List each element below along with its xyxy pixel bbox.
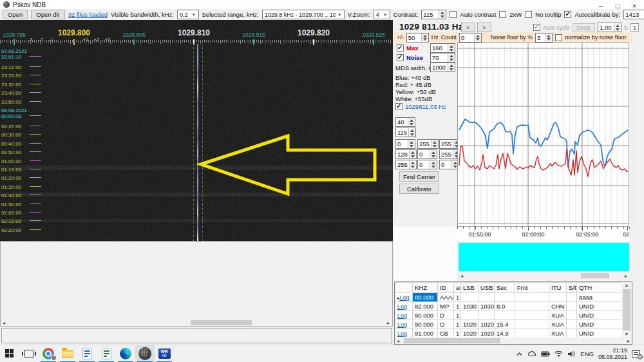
deep-button[interactable]: Deep [573, 23, 596, 32]
cell[interactable]: 1020 [478, 320, 495, 329]
color-matrix-stepper[interactable]: 255 [417, 139, 439, 149]
param1-stepper[interactable]: 40 [395, 117, 415, 127]
tracked-frequency-checkbox[interactable] [395, 103, 402, 110]
scroll-left-arrow-icon[interactable]: ◄ [459, 274, 465, 278]
max-checkbox[interactable] [397, 44, 404, 52]
cell[interactable]: MP [438, 302, 454, 311]
cell[interactable]: UNID [577, 320, 622, 329]
color-matrix-stepper[interactable]: 0 [395, 139, 415, 149]
autocalibrate-stepper[interactable]: 1413 [623, 10, 644, 19]
contrast-stepper[interactable]: 115 [421, 10, 446, 19]
scrollbar-thumb[interactable] [581, 273, 609, 278]
param2-stepper[interactable]: 115 [395, 128, 416, 137]
cell[interactable] [567, 329, 577, 338]
waterfall-display[interactable]: 1029.7951029.8001029.8051029.8101029.815… [0, 20, 393, 241]
column-header[interactable]: ID [438, 283, 454, 293]
onedrive-cloud-icon[interactable] [527, 350, 536, 357]
taskbar-chrome[interactable] [39, 345, 58, 362]
taskbar-clock[interactable]: 21:19 08.08.2021 [598, 347, 627, 360]
column-header[interactable]: ITU [549, 283, 567, 293]
cell[interactable]: 1020 [478, 329, 495, 338]
cell[interactable]: 1 [454, 311, 461, 320]
task-view-button[interactable] [19, 345, 39, 362]
scroll-right-arrow-icon[interactable]: ► [625, 339, 632, 343]
cell[interactable]: 82.000 [413, 302, 438, 311]
find-carrier-button[interactable]: Find Carrier [399, 171, 439, 182]
scroll-up-arrow-icon[interactable]: ▲ [625, 282, 629, 289]
cell[interactable] [567, 302, 577, 311]
log-link[interactable]: Log [397, 312, 407, 319]
cell[interactable] [515, 311, 549, 320]
cell[interactable] [461, 311, 478, 320]
cell[interactable]: 90.000 [413, 311, 438, 320]
chart-h-scrollbar[interactable]: ◄ ► [459, 272, 629, 279]
table-h-scrollbar[interactable]: ◄ ► [395, 338, 632, 344]
table-v-scrollbar[interactable]: ▲ ▼ [621, 282, 632, 338]
color-matrix-stepper[interactable]: 0 [417, 160, 437, 169]
spinner-arrows[interactable] [474, 33, 481, 42]
no-tooltip-checkbox[interactable] [525, 11, 532, 18]
spinner-arrows[interactable] [431, 140, 438, 148]
auto-contrast-checkbox[interactable] [450, 11, 457, 18]
cell[interactable] [478, 293, 495, 302]
cell[interactable]: 8.0 [495, 302, 515, 311]
cell[interactable] [567, 311, 577, 320]
cell[interactable]: XUA [549, 320, 567, 329]
cell[interactable] [515, 320, 549, 329]
cycle-count-field[interactable]: 1 [630, 23, 639, 32]
cell[interactable] [567, 320, 577, 329]
next-button[interactable]: > [477, 23, 491, 32]
spinner-arrows[interactable] [439, 10, 446, 19]
log-link[interactable]: Log [400, 294, 410, 301]
speaker-icon[interactable] [567, 350, 576, 357]
cell[interactable]: aaaa [577, 293, 622, 302]
prev-button[interactable]: < [461, 23, 475, 32]
spinner-arrows[interactable] [408, 140, 415, 148]
count-stepper[interactable]: 0 [459, 33, 482, 43]
2xw-checkbox[interactable] [499, 11, 506, 18]
spinner-arrows[interactable] [448, 53, 455, 62]
scrollbar-thumb[interactable] [404, 338, 500, 343]
color-matrix-stepper[interactable]: 0 [439, 160, 459, 169]
cell[interactable]: XUA [549, 329, 567, 338]
color-matrix-stepper[interactable]: 255 [395, 160, 417, 169]
files-loaded-link[interactable]: 32 files loaded [68, 11, 108, 18]
column-header[interactable] [395, 283, 413, 293]
cell[interactable]: UNID [577, 311, 622, 320]
cell[interactable]: 15.4 [495, 320, 515, 329]
wifi-icon[interactable] [554, 350, 563, 357]
taskbar-wrhd[interactable]: WRHD [155, 345, 174, 362]
scroll-left-arrow-icon[interactable]: ◄ [395, 339, 401, 343]
cell[interactable]: XUA [549, 311, 567, 320]
vzoom-select[interactable]: 4 ▼ [374, 10, 390, 19]
spinner-arrows[interactable] [448, 44, 455, 52]
column-header[interactable]: QTH [577, 283, 622, 293]
scrollbar-thumb[interactable] [191, 320, 252, 325]
open-dir-button[interactable]: Open dir [31, 10, 64, 19]
battery-icon[interactable] [541, 351, 550, 357]
log-link[interactable]: Log [397, 321, 407, 328]
taskbar-calc[interactable] [97, 345, 116, 362]
cell[interactable] [495, 293, 515, 302]
log-link[interactable]: Log [397, 303, 407, 310]
open-button[interactable]: Open [3, 10, 28, 19]
column-header[interactable]: ac [454, 283, 461, 293]
taskbar-writer[interactable] [77, 345, 97, 362]
cell[interactable]: 00.000 [413, 293, 438, 302]
auto-cycle-checkbox[interactable] [533, 24, 540, 31]
column-header[interactable]: LSB [461, 283, 478, 293]
cell[interactable]: 1030 [461, 302, 478, 311]
cell[interactable] [515, 293, 549, 302]
taskbar-pskov-ndb[interactable] [135, 345, 155, 362]
selected-range-select[interactable]: 1029.8 kHz - 1029.700 .. 102 ▼ [262, 10, 345, 19]
cell[interactable] [549, 293, 567, 302]
spinner-arrows[interactable] [545, 33, 552, 42]
cell[interactable]: 1030 [478, 302, 495, 311]
cell[interactable]: O [438, 320, 454, 329]
column-header[interactable]: Sec [495, 283, 515, 293]
notification-center-icon[interactable]: 1 [632, 350, 640, 357]
noise-stepper[interactable]: 70 [430, 53, 455, 62]
spinner-arrows[interactable] [448, 63, 455, 71]
cell[interactable]: 90.000 [413, 320, 438, 329]
spinner-arrows[interactable] [408, 128, 415, 137]
